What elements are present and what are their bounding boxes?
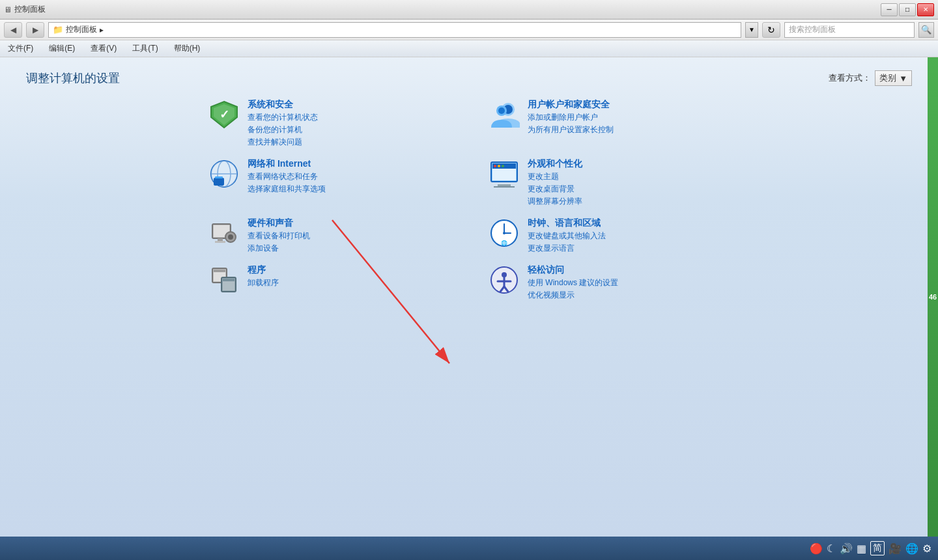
right-panel-badge: 46 bbox=[928, 57, 938, 537]
menu-bar: 文件(F) 编辑(E) 查看(V) 工具(T) 帮助(H) bbox=[0, 40, 938, 57]
address-icon: 📁 bbox=[53, 25, 63, 35]
item-hardware-sound: 硬件和声音 查看设备和打印机 添加设备 bbox=[208, 217, 449, 254]
view-mode-dropdown[interactable]: 类别 ▼ bbox=[875, 70, 912, 86]
network-internet-icon bbox=[208, 158, 240, 189]
system-security-text: 系统和安全 查看您的计算机状态 备份您的计算机 查找并解决问题 bbox=[248, 99, 318, 148]
clock-language-text: 时钟、语言和区域 更改键盘或其他输入法 更改显示语言 bbox=[528, 217, 606, 254]
appearance-text: 外观和个性化 更改主题 更改桌面背景 调整屏幕分辨率 bbox=[528, 158, 582, 207]
programs-link-0[interactable]: 卸载程序 bbox=[248, 277, 279, 288]
programs-title[interactable]: 程序 bbox=[248, 264, 279, 276]
appearance-link-0[interactable]: 更改主题 bbox=[528, 171, 582, 182]
search-submit-button[interactable]: 🔍 bbox=[918, 22, 934, 38]
menu-view[interactable]: 查看(V) bbox=[88, 42, 119, 55]
refresh-button[interactable]: ↻ bbox=[762, 22, 780, 38]
network-internet-text: 网络和 Internet 查看网络状态和任务 选择家庭组和共享选项 bbox=[248, 158, 326, 195]
appearance-link-1[interactable]: 更改桌面背景 bbox=[528, 184, 582, 195]
network-internet-link-0[interactable]: 查看网络状态和任务 bbox=[248, 171, 326, 182]
window-icon: 🖥 bbox=[4, 5, 12, 14]
svg-rect-26 bbox=[215, 241, 225, 243]
item-ease-access: 轻松访问 使用 Windows 建议的设置 优化视频显示 bbox=[489, 264, 730, 301]
ease-access-link-0[interactable]: 使用 Windows 建议的设置 bbox=[528, 277, 618, 288]
search-box[interactable]: 搜索控制面板 bbox=[784, 22, 915, 38]
taskbar: 🔴 ☾ 🔊 ▦ 简 🎥 🌐 ⚙ bbox=[0, 537, 938, 560]
view-dropdown-icon: ▼ bbox=[899, 74, 907, 83]
user-accounts-link-1[interactable]: 为所有用户设置家长控制 bbox=[528, 124, 614, 135]
svg-rect-19 bbox=[498, 184, 511, 186]
forward-button[interactable]: ▶ bbox=[26, 22, 44, 38]
badge-number: 46 bbox=[929, 293, 937, 301]
address-path: 控制面板 bbox=[66, 24, 97, 35]
menu-help[interactable]: 帮助(H) bbox=[171, 42, 203, 55]
title-bar-left: 🖥 控制面板 bbox=[4, 4, 46, 15]
address-field[interactable]: 📁 控制面板 ▸ bbox=[48, 22, 741, 38]
menu-edit[interactable]: 编辑(E) bbox=[46, 42, 78, 55]
item-network-internet: 网络和 Internet 查看网络状态和任务 选择家庭组和共享选项 bbox=[208, 158, 449, 207]
system-security-link-2[interactable]: 查找并解决问题 bbox=[248, 137, 318, 148]
svg-rect-12 bbox=[215, 176, 223, 178]
item-appearance: 外观和个性化 更改主题 更改桌面背景 调整屏幕分辨率 bbox=[489, 158, 730, 207]
programs-text: 程序 卸载程序 bbox=[248, 264, 279, 288]
item-user-accounts: 用户帐户和家庭安全 添加或删除用户帐户 为所有用户设置家长控制 bbox=[489, 99, 730, 148]
system-security-link-0[interactable]: 查看您的计算机状态 bbox=[248, 112, 318, 123]
user-accounts-icon bbox=[489, 99, 520, 130]
back-button[interactable]: ◀ bbox=[4, 22, 22, 38]
taskbar-icon-3[interactable]: 🔊 bbox=[840, 542, 853, 555]
item-programs: 程序 卸载程序 bbox=[208, 264, 449, 301]
menu-file[interactable]: 文件(F) bbox=[5, 42, 36, 55]
minimize-button[interactable]: ─ bbox=[881, 3, 898, 16]
network-internet-link-1[interactable]: 选择家庭组和共享选项 bbox=[248, 184, 326, 195]
taskbar-icon-5[interactable]: 🎥 bbox=[888, 542, 902, 555]
user-accounts-title[interactable]: 用户帐户和家庭安全 bbox=[528, 99, 614, 111]
window-title: 控制面板 bbox=[14, 4, 46, 15]
system-security-title[interactable]: 系统和安全 bbox=[248, 99, 318, 111]
view-control: 查看方式： 类别 ▼ bbox=[829, 70, 912, 86]
view-mode-value: 类别 bbox=[879, 72, 896, 84]
taskbar-icon-7[interactable]: ⚙ bbox=[922, 542, 931, 555]
svg-point-18 bbox=[502, 165, 504, 167]
ease-access-title[interactable]: 轻松访问 bbox=[528, 264, 618, 276]
item-system-security: ✓ 系统和安全 查看您的计算机状态 备份您的计算机 查找并解决问题 bbox=[208, 99, 449, 148]
user-accounts-link-0[interactable]: 添加或删除用户帐户 bbox=[528, 112, 614, 123]
hardware-sound-link-1[interactable]: 添加设备 bbox=[248, 243, 310, 254]
hardware-sound-icon bbox=[208, 217, 240, 249]
content-toolbar: 调整计算机的设置 查看方式： 类别 ▼ bbox=[26, 70, 912, 86]
address-dropdown-button[interactable]: ▼ bbox=[745, 22, 758, 38]
programs-icon bbox=[208, 264, 240, 296]
maximize-button[interactable]: □ bbox=[899, 3, 916, 16]
clock-language-icon: 🌐 bbox=[489, 217, 520, 249]
system-security-link-1[interactable]: 备份您的计算机 bbox=[248, 124, 318, 135]
svg-point-16 bbox=[494, 165, 496, 167]
taskbar-icon-6[interactable]: 🌐 bbox=[905, 542, 918, 555]
clock-language-link-0[interactable]: 更改键盘或其他输入法 bbox=[528, 231, 606, 242]
taskbar-lang-label[interactable]: 简 bbox=[870, 541, 885, 555]
svg-rect-20 bbox=[494, 186, 515, 188]
close-button[interactable]: ✕ bbox=[917, 3, 934, 16]
menu-tools[interactable]: 工具(T) bbox=[130, 42, 160, 55]
search-placeholder: 搜索控制面板 bbox=[789, 24, 836, 35]
svg-rect-35 bbox=[214, 270, 225, 272]
svg-rect-11 bbox=[214, 178, 224, 186]
page-title: 调整计算机的设置 bbox=[26, 70, 120, 86]
svg-text:🌐: 🌐 bbox=[501, 240, 507, 246]
items-grid: ✓ 系统和安全 查看您的计算机状态 备份您的计算机 查找并解决问题 bbox=[208, 99, 730, 301]
taskbar-icon-2[interactable]: ☾ bbox=[827, 542, 836, 555]
system-security-icon: ✓ bbox=[208, 99, 240, 130]
user-accounts-text: 用户帐户和家庭安全 添加或删除用户帐户 为所有用户设置家长控制 bbox=[528, 99, 614, 135]
network-internet-title[interactable]: 网络和 Internet bbox=[248, 158, 326, 170]
taskbar-icon-1[interactable]: 🔴 bbox=[810, 542, 823, 555]
svg-point-17 bbox=[498, 165, 500, 167]
hardware-sound-link-0[interactable]: 查看设备和打印机 bbox=[248, 231, 310, 242]
svg-point-24 bbox=[228, 234, 233, 240]
clock-language-link-1[interactable]: 更改显示语言 bbox=[528, 243, 606, 254]
hardware-sound-title[interactable]: 硬件和声音 bbox=[248, 217, 310, 229]
title-bar-controls: ─ □ ✕ bbox=[881, 3, 934, 16]
svg-point-31 bbox=[503, 232, 505, 234]
clock-language-title[interactable]: 时钟、语言和区域 bbox=[528, 217, 606, 229]
ease-access-link-1[interactable]: 优化视频显示 bbox=[528, 290, 618, 301]
main-content: 调整计算机的设置 查看方式： 类别 ▼ ✓ 系统和安全 查看您的计算机状态 备份… bbox=[0, 57, 938, 537]
taskbar-icon-4[interactable]: ▦ bbox=[857, 542, 866, 555]
appearance-title[interactable]: 外观和个性化 bbox=[528, 158, 582, 170]
svg-text:✓: ✓ bbox=[220, 108, 229, 121]
appearance-link-2[interactable]: 调整屏幕分辨率 bbox=[528, 196, 582, 207]
item-clock-language: 🌐 时钟、语言和区域 更改键盘或其他输入法 更改显示语言 bbox=[489, 217, 730, 254]
